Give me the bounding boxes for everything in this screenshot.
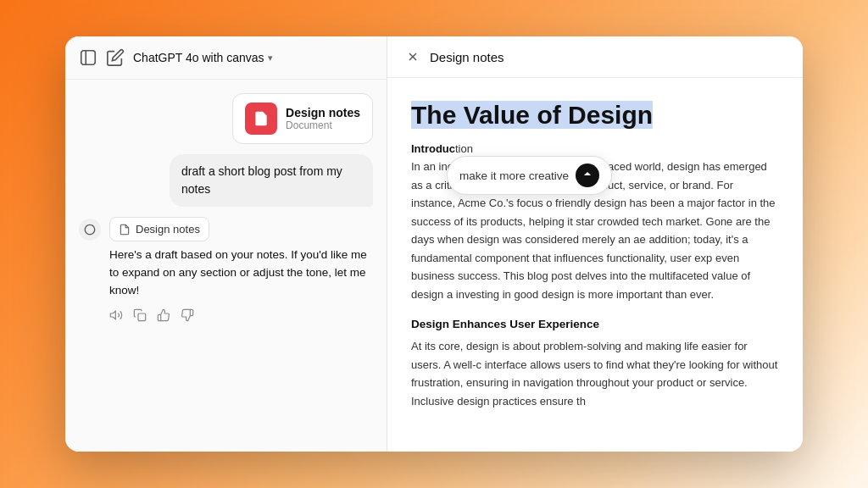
thumbsup-button[interactable] — [157, 308, 170, 322]
document-content: The Value of Design make it more creativ… — [387, 78, 803, 452]
user-message: draft a short blog post from my notes — [170, 154, 373, 207]
doc-icon — [245, 103, 277, 135]
right-header: Design notes — [387, 36, 803, 78]
assistant-doc-name: Design notes — [136, 223, 200, 236]
right-panel-title: Design notes — [430, 50, 504, 64]
doc-info: Design notes Document — [286, 106, 360, 131]
inline-prompt-send-button[interactable] — [576, 164, 599, 187]
intro-label: Introduc — [411, 142, 455, 155]
chevron-icon: ▾ — [268, 53, 273, 64]
assistant-actions — [109, 308, 373, 322]
thumbsdown-button[interactable] — [181, 308, 194, 322]
section1-body: At its core, design is about problem-sol… — [411, 337, 779, 410]
doc-heading: The Value of Design — [411, 101, 653, 129]
model-title[interactable]: ChatGPT 4o with canvas ▾ — [133, 51, 273, 64]
inline-prompt-text: make it more creative — [459, 169, 569, 182]
svg-point-4 — [79, 219, 101, 241]
right-panel: Design notes The Value of Design make it… — [387, 36, 803, 452]
app-window: ChatGPT 4o with canvas ▾ Design notes Do… — [65, 36, 803, 452]
section1-title: Design Enhances User Experience — [411, 315, 779, 334]
doc-heading-container: The Value of Design — [411, 98, 779, 131]
inline-prompt[interactable]: make it more creative — [447, 156, 612, 195]
assistant-doc-ref[interactable]: Design notes — [109, 217, 209, 241]
svg-rect-0 — [81, 51, 96, 65]
section1: Design Enhances User Experience At its c… — [411, 315, 779, 410]
assistant-text: Here's a draft based on your notes. If y… — [109, 247, 373, 300]
chat-area: Design notes Document draft a short blog… — [65, 80, 387, 452]
copy-button[interactable] — [133, 308, 147, 322]
sidebar-toggle-icon[interactable] — [79, 48, 97, 67]
svg-rect-6 — [138, 313, 146, 321]
assistant-message: Design notes Here's a draft based on you… — [79, 217, 373, 322]
doc-type: Document — [286, 119, 360, 131]
close-button[interactable] — [404, 48, 421, 65]
svg-marker-5 — [110, 311, 115, 319]
left-header: ChatGPT 4o with canvas ▾ — [65, 36, 387, 80]
assistant-avatar — [79, 219, 101, 241]
doc-title: Design notes — [286, 106, 360, 119]
assistant-content: Design notes Here's a draft based on you… — [109, 217, 373, 322]
intro-text: tion — [455, 142, 473, 155]
left-panel: ChatGPT 4o with canvas ▾ Design notes Do… — [65, 36, 387, 452]
document-card: Design notes Document — [232, 93, 373, 144]
edit-icon[interactable] — [106, 48, 125, 67]
speaker-button[interactable] — [109, 308, 123, 322]
